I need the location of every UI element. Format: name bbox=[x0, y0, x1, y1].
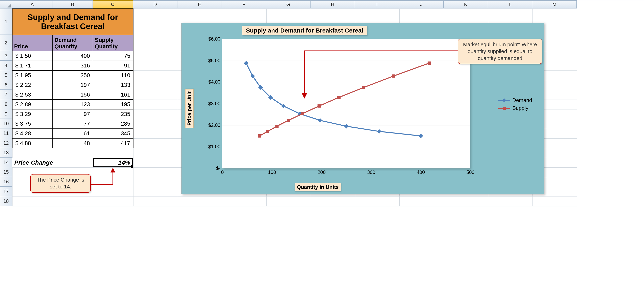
row-header-13[interactable]: 13 bbox=[0, 148, 12, 158]
cell[interactable] bbox=[532, 197, 577, 206]
column-header-L[interactable]: L bbox=[488, 1, 532, 9]
demand-cell[interactable]: 316 bbox=[52, 61, 93, 70]
row-header-18[interactable]: 18 bbox=[0, 196, 12, 206]
cell[interactable] bbox=[488, 197, 532, 206]
cell[interactable] bbox=[133, 90, 178, 100]
price-change-value[interactable]: 14% bbox=[93, 158, 133, 168]
column-header-G[interactable]: G bbox=[266, 1, 310, 9]
cell[interactable] bbox=[133, 148, 178, 158]
cell[interactable] bbox=[133, 129, 178, 138]
row-header-2[interactable]: 2 bbox=[0, 35, 12, 51]
select-all-corner[interactable] bbox=[0, 1, 12, 9]
cell[interactable] bbox=[12, 197, 52, 206]
column-header-A[interactable]: A bbox=[12, 1, 52, 9]
cell[interactable] bbox=[12, 148, 52, 158]
cell[interactable] bbox=[266, 197, 311, 206]
cell[interactable] bbox=[400, 197, 444, 206]
cell[interactable] bbox=[133, 70, 178, 80]
row-header-14[interactable]: 14 bbox=[0, 158, 12, 167]
row-header-15[interactable]: 15 bbox=[0, 167, 12, 177]
cell[interactable] bbox=[133, 51, 178, 61]
cell[interactable] bbox=[133, 9, 178, 35]
supply-cell[interactable]: 195 bbox=[93, 100, 133, 109]
column-header-J[interactable]: J bbox=[399, 1, 444, 9]
cell[interactable] bbox=[133, 168, 178, 177]
row-header-16[interactable]: 16 bbox=[0, 177, 12, 187]
supply-cell[interactable]: 285 bbox=[93, 119, 133, 129]
row-header-1[interactable]: 1 bbox=[0, 9, 12, 35]
column-header-demand[interactable]: Demand Quantity bbox=[52, 35, 93, 51]
column-header-F[interactable]: F bbox=[222, 1, 266, 9]
cell[interactable] bbox=[133, 80, 178, 90]
row-header-4[interactable]: 4 bbox=[0, 61, 12, 70]
column-header-H[interactable]: H bbox=[310, 1, 355, 9]
price-cell[interactable]: $ 1.71 bbox=[12, 61, 52, 70]
row-header-5[interactable]: 5 bbox=[0, 70, 12, 80]
price-cell[interactable]: $ 2.22 bbox=[12, 80, 52, 90]
row-header-12[interactable]: 12 bbox=[0, 138, 12, 148]
row-header-17[interactable]: 17 bbox=[0, 187, 12, 196]
supply-cell[interactable]: 91 bbox=[93, 61, 133, 70]
column-header-M[interactable]: M bbox=[532, 1, 577, 9]
cell[interactable] bbox=[93, 177, 133, 187]
demand-cell[interactable]: 61 bbox=[52, 129, 93, 138]
column-header-D[interactable]: D bbox=[133, 1, 178, 9]
price-cell[interactable]: $ 4.88 bbox=[12, 138, 52, 148]
supply-cell[interactable]: 75 bbox=[93, 51, 133, 61]
column-header-E[interactable]: E bbox=[178, 1, 222, 9]
price-cell[interactable]: $ 1.50 bbox=[12, 51, 52, 61]
demand-cell[interactable]: 250 bbox=[52, 70, 93, 80]
price-cell[interactable]: $ 1.95 bbox=[12, 70, 52, 80]
price-cell[interactable]: $ 2.53 bbox=[12, 90, 52, 100]
supply-cell[interactable]: 133 bbox=[93, 80, 133, 90]
demand-cell[interactable]: 156 bbox=[52, 90, 93, 100]
cell[interactable] bbox=[133, 119, 178, 129]
cell[interactable] bbox=[222, 197, 266, 206]
demand-cell[interactable]: 97 bbox=[52, 109, 93, 119]
row-header-8[interactable]: 8 bbox=[0, 99, 12, 109]
demand-cell[interactable]: 48 bbox=[52, 138, 93, 148]
cell[interactable] bbox=[52, 197, 93, 206]
price-cell[interactable]: $ 3.75 bbox=[12, 119, 52, 129]
price-change-label[interactable]: Price Change bbox=[12, 158, 93, 168]
column-header-C[interactable]: C bbox=[93, 1, 133, 9]
cell[interactable] bbox=[444, 197, 488, 206]
row-header-6[interactable]: 6 bbox=[0, 80, 12, 90]
cell[interactable] bbox=[133, 61, 178, 70]
column-header-I[interactable]: I bbox=[355, 1, 399, 9]
cell[interactable] bbox=[355, 197, 400, 206]
supply-cell[interactable]: 161 bbox=[93, 90, 133, 100]
cell[interactable] bbox=[93, 148, 133, 158]
cell[interactable] bbox=[133, 109, 178, 119]
price-cell[interactable]: $ 3.29 bbox=[12, 109, 52, 119]
row-header-9[interactable]: 9 bbox=[0, 109, 12, 119]
cell[interactable] bbox=[133, 138, 178, 148]
supply-cell[interactable]: 110 bbox=[93, 70, 133, 80]
supply-cell[interactable]: 235 bbox=[93, 109, 133, 119]
column-header-K[interactable]: K bbox=[444, 1, 488, 9]
supply-cell[interactable]: 417 bbox=[93, 138, 133, 148]
row-header-11[interactable]: 11 bbox=[0, 128, 12, 138]
row-header-10[interactable]: 10 bbox=[0, 119, 12, 128]
cell[interactable] bbox=[311, 197, 355, 206]
cell[interactable] bbox=[133, 187, 178, 197]
demand-cell[interactable]: 123 bbox=[52, 100, 93, 109]
column-header-supply[interactable]: Supply Quantity bbox=[93, 35, 133, 51]
column-header-B[interactable]: B bbox=[52, 1, 93, 9]
cell[interactable] bbox=[93, 168, 133, 177]
price-cell[interactable]: $ 4.28 bbox=[12, 129, 52, 138]
demand-cell[interactable]: 77 bbox=[52, 119, 93, 129]
cell[interactable] bbox=[93, 197, 133, 206]
column-header-price[interactable]: Price bbox=[12, 35, 52, 51]
cell[interactable] bbox=[52, 148, 93, 158]
cell[interactable] bbox=[133, 197, 178, 206]
cell[interactable] bbox=[133, 100, 178, 109]
row-header-3[interactable]: 3 bbox=[0, 51, 12, 61]
cell[interactable] bbox=[178, 197, 222, 206]
demand-cell[interactable]: 400 bbox=[52, 51, 93, 61]
table-title[interactable]: Supply and Demand for Breakfast Cereal bbox=[12, 9, 133, 35]
cell[interactable] bbox=[133, 158, 178, 168]
demand-cell[interactable]: 197 bbox=[52, 80, 93, 90]
price-cell[interactable]: $ 2.89 bbox=[12, 100, 52, 109]
row-header-7[interactable]: 7 bbox=[0, 90, 12, 99]
